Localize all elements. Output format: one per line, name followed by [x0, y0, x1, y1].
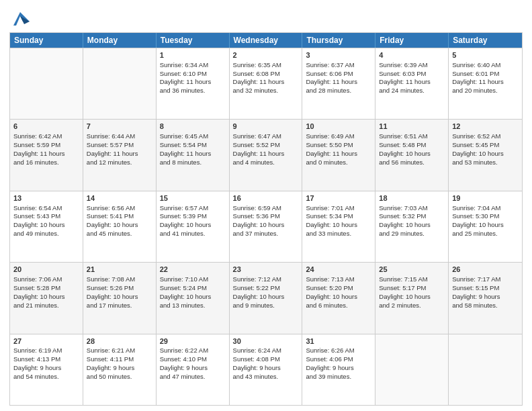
day-info: Sunset: 5:54 PM	[160, 141, 207, 148]
day-info: Sunset: 5:15 PM	[452, 284, 499, 291]
day-number: 9	[233, 122, 299, 132]
day-info: Sunrise: 7:03 AM	[379, 204, 427, 212]
day-info: Sunset: 4:13 PM	[13, 355, 60, 363]
calendar-cell: 2Sunrise: 6:35 AMSunset: 6:08 PMDaylight…	[230, 48, 303, 119]
day-info: and 49 minutes.	[13, 230, 59, 237]
day-info: Sunrise: 7:01 AM	[306, 204, 354, 212]
calendar-cell	[83, 48, 157, 119]
calendar-cell: 7Sunrise: 6:44 AMSunset: 5:57 PMDaylight…	[83, 120, 157, 190]
day-info: Sunrise: 7:15 AM	[379, 275, 427, 283]
day-info: Sunset: 5:45 PM	[452, 141, 499, 148]
day-info: Daylight: 11 hours	[452, 78, 504, 85]
calendar-cell: 17Sunrise: 7:01 AMSunset: 5:34 PMDayligh…	[302, 191, 375, 262]
day-info: Daylight: 10 hours	[13, 221, 65, 228]
calendar-cell: 10Sunrise: 6:49 AMSunset: 5:50 PMDayligh…	[302, 120, 375, 190]
day-number: 19	[452, 193, 519, 203]
day-info: Sunset: 5:17 PM	[379, 284, 426, 291]
day-number: 20	[13, 265, 79, 275]
day-info: Sunrise: 6:42 AM	[13, 132, 62, 140]
day-info: and 58 minutes.	[452, 302, 498, 309]
day-info: Sunset: 5:52 PM	[233, 141, 280, 148]
day-info: and 32 minutes.	[233, 87, 279, 94]
day-info: Sunset: 5:24 PM	[160, 284, 207, 291]
calendar-header: SundayMondayTuesdayWednesdayThursdayFrid…	[10, 33, 522, 48]
day-info: Sunset: 4:08 PM	[233, 355, 280, 363]
day-info: Sunrise: 6:22 AM	[160, 347, 208, 354]
day-info: Daylight: 11 hours	[13, 150, 65, 157]
day-info: Daylight: 10 hours	[452, 221, 504, 228]
day-info: and 21 minutes.	[13, 302, 59, 309]
day-info: Sunrise: 7:10 AM	[160, 275, 208, 283]
day-number: 16	[233, 193, 299, 203]
day-info: Sunrise: 6:35 AM	[233, 61, 281, 68]
day-number: 11	[379, 122, 445, 132]
day-info: and 6 minutes.	[306, 302, 347, 309]
day-info: Sunrise: 7:12 AM	[233, 275, 281, 283]
weekday-header: Thursday	[302, 33, 375, 48]
day-info: Daylight: 11 hours	[87, 150, 138, 157]
day-info: Sunrise: 6:21 AM	[87, 347, 135, 354]
day-info: Daylight: 11 hours	[306, 150, 357, 157]
calendar-cell: 23Sunrise: 7:12 AMSunset: 5:22 PMDayligh…	[230, 263, 303, 333]
day-info: Daylight: 10 hours	[160, 293, 212, 300]
day-number: 15	[160, 193, 226, 203]
day-info: Sunrise: 6:37 AM	[306, 61, 354, 68]
day-number: 24	[306, 265, 371, 275]
day-info: Sunset: 5:59 PM	[13, 141, 60, 148]
day-info: and 16 minutes.	[13, 158, 59, 166]
calendar-cell: 1Sunrise: 6:34 AMSunset: 6:10 PMDaylight…	[157, 48, 230, 119]
day-info: and 41 minutes.	[160, 230, 206, 237]
day-info: Sunrise: 6:44 AM	[87, 132, 135, 140]
calendar-cell: 30Sunrise: 6:24 AMSunset: 4:08 PMDayligh…	[230, 334, 303, 405]
calendar: SundayMondayTuesdayWednesdayThursdayFrid…	[9, 32, 523, 406]
day-number: 17	[306, 193, 371, 203]
day-info: Daylight: 9 hours	[160, 364, 208, 371]
day-info: and 13 minutes.	[160, 302, 206, 309]
weekday-header: Tuesday	[157, 33, 230, 48]
day-info: Sunrise: 6:59 AM	[233, 204, 281, 212]
calendar-body: 1Sunrise: 6:34 AMSunset: 6:10 PMDaylight…	[10, 48, 522, 405]
day-info: Sunrise: 6:49 AM	[306, 132, 354, 140]
calendar-cell: 5Sunrise: 6:40 AMSunset: 6:01 PMDaylight…	[449, 48, 522, 119]
day-info: Sunrise: 6:24 AM	[233, 347, 281, 354]
day-info: and 17 minutes.	[87, 302, 132, 309]
day-info: and 50 minutes.	[87, 373, 132, 380]
weekday-header: Sunday	[10, 33, 83, 48]
logo-icon	[11, 9, 30, 28]
day-info: Sunrise: 6:34 AM	[160, 61, 208, 68]
day-number: 29	[160, 336, 226, 347]
day-number: 5	[452, 50, 519, 60]
day-info: Sunset: 5:26 PM	[87, 284, 134, 291]
day-info: Daylight: 11 hours	[306, 78, 357, 85]
calendar-cell: 31Sunrise: 6:26 AMSunset: 4:06 PMDayligh…	[302, 334, 375, 405]
calendar-container: SundayMondayTuesdayWednesdayThursdayFrid…	[0, 0, 532, 411]
day-info: Daylight: 11 hours	[160, 150, 212, 157]
day-number: 26	[452, 265, 519, 275]
day-number: 6	[13, 122, 79, 132]
day-info: Sunrise: 6:19 AM	[13, 347, 62, 354]
day-info: Sunrise: 6:45 AM	[160, 132, 208, 140]
calendar-cell: 20Sunrise: 7:06 AMSunset: 5:28 PMDayligh…	[10, 263, 83, 333]
day-number: 13	[13, 193, 79, 203]
calendar-week: 20Sunrise: 7:06 AMSunset: 5:28 PMDayligh…	[10, 262, 522, 333]
day-info: Sunrise: 6:54 AM	[13, 204, 62, 212]
day-info: Sunset: 6:06 PM	[306, 70, 353, 77]
day-info: Daylight: 9 hours	[306, 364, 353, 371]
calendar-cell: 11Sunrise: 6:51 AMSunset: 5:48 PMDayligh…	[375, 120, 449, 190]
day-number: 7	[87, 122, 152, 132]
day-number: 22	[160, 265, 226, 275]
day-info: Sunset: 6:10 PM	[160, 70, 207, 77]
calendar-cell: 3Sunrise: 6:37 AMSunset: 6:06 PMDaylight…	[302, 48, 375, 119]
day-info: Sunset: 5:39 PM	[160, 212, 207, 220]
calendar-cell	[375, 334, 449, 405]
day-info: Daylight: 10 hours	[379, 150, 431, 157]
day-number: 30	[233, 336, 299, 347]
day-info: Daylight: 9 hours	[13, 364, 61, 371]
day-info: and 56 minutes.	[379, 158, 425, 166]
calendar-week: 13Sunrise: 6:54 AMSunset: 5:43 PMDayligh…	[10, 191, 522, 262]
day-info: Sunset: 5:50 PM	[306, 141, 353, 148]
day-info: and 0 minutes.	[306, 158, 347, 166]
day-number: 14	[87, 193, 152, 203]
calendar-cell: 13Sunrise: 6:54 AMSunset: 5:43 PMDayligh…	[10, 191, 83, 262]
day-info: and 29 minutes.	[379, 230, 425, 237]
